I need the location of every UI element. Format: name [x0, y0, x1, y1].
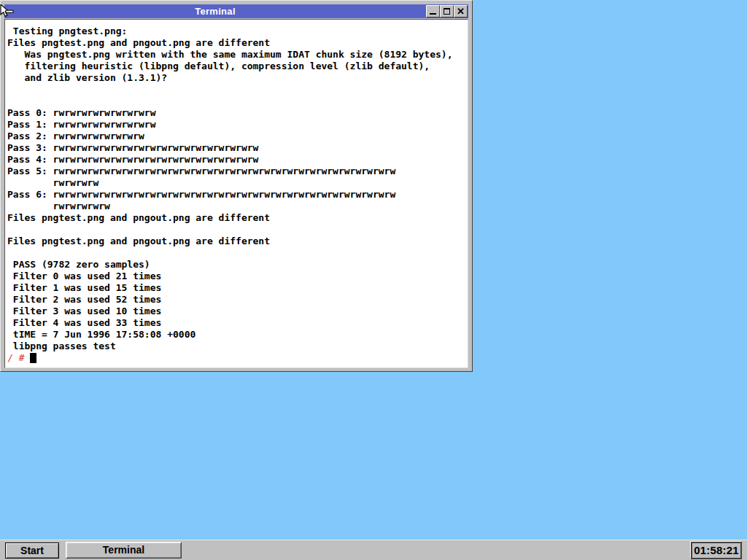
terminal-line: Was pngtest.png written with the same ma… [7, 49, 466, 61]
taskbar-clock: 01:58:21 [691, 542, 742, 559]
minimize-button[interactable] [426, 5, 440, 18]
desktop: { "window": { "title": "Terminal", "cont… [0, 0, 747, 560]
terminal-line: PASS (9782 zero samples) [7, 259, 466, 271]
terminal-line [7, 224, 466, 236]
terminal-screen[interactable]: Testing pngtest.png:Files pngtest.png an… [4, 19, 468, 368]
terminal-window: Terminal ✕ Testing pngtest.png:Files png… [0, 0, 473, 372]
terminal-line: Files pngtest.png and pngout.png are dif… [7, 236, 466, 247]
minimize-icon [430, 13, 436, 15]
terminal-line: libpng passes test [7, 341, 466, 352]
prompt-text: / # [7, 352, 24, 364]
maximize-button[interactable] [440, 5, 454, 18]
terminal-line: Files pngtest.png and pngout.png are dif… [7, 212, 466, 224]
terminal-line: Files pngtest.png and pngout.png are dif… [7, 37, 466, 49]
terminal-line: tIME = 7 Jun 1996 17:58:08 +0000 [7, 329, 466, 341]
terminal-line: Filter 0 was used 21 times [7, 271, 466, 282]
terminal-line: Pass 1: rwrwrwrwrwrwrwrwrw [7, 119, 466, 131]
terminal-line: Testing pngtest.png: [7, 26, 466, 37]
text-cursor [30, 353, 36, 363]
start-button[interactable]: Start [5, 542, 59, 559]
terminal-line: filtering heuristic (libpng default), co… [7, 61, 466, 72]
terminal-line: Pass 0: rwrwrwrwrwrwrwrwrw [7, 107, 466, 119]
terminal-line: Pass 4: rwrwrwrwrwrwrwrwrwrwrwrwrwrwrwrw… [7, 154, 466, 166]
terminal-line: rwrwrwrwrw [7, 201, 466, 212]
window-controls: ✕ [426, 5, 468, 18]
terminal-line: and zlib version (1.3.1)? [7, 72, 466, 84]
taskbar: Start Terminal 01:58:21 [0, 540, 747, 560]
close-button[interactable]: ✕ [454, 5, 468, 18]
terminal-line: Pass 6: rwrwrwrwrwrwrwrwrwrwrwrwrwrwrwrw… [7, 189, 466, 201]
terminal-line: Filter 3 was used 10 times [7, 306, 466, 317]
close-icon: ✕ [457, 7, 465, 16]
shell-prompt: / # [7, 352, 466, 364]
terminal-line: Filter 2 was used 52 times [7, 294, 466, 306]
title-bar[interactable]: Terminal ✕ [4, 4, 468, 18]
window-title: Terminal [4, 4, 426, 18]
terminal-line: Filter 1 was used 15 times [7, 282, 466, 294]
terminal-line [7, 96, 466, 107]
terminal-line: rwrwrwrw [7, 177, 466, 189]
terminal-line [7, 84, 466, 96]
terminal-output: Testing pngtest.png:Files pngtest.png an… [7, 26, 466, 352]
taskbar-item-terminal[interactable]: Terminal [66, 542, 182, 559]
maximize-icon [444, 8, 450, 15]
terminal-line: Pass 2: rwrwrwrwrwrwrwrw [7, 131, 466, 142]
terminal-line: Pass 3: rwrwrwrwrwrwrwrwrwrwrwrwrwrwrwrw… [7, 142, 466, 154]
terminal-line: Filter 4 was used 33 times [7, 317, 466, 329]
terminal-line: Pass 5: rwrwrwrwrwrwrwrwrwrwrwrwrwrwrwrw… [7, 166, 466, 177]
terminal-line [7, 247, 466, 259]
